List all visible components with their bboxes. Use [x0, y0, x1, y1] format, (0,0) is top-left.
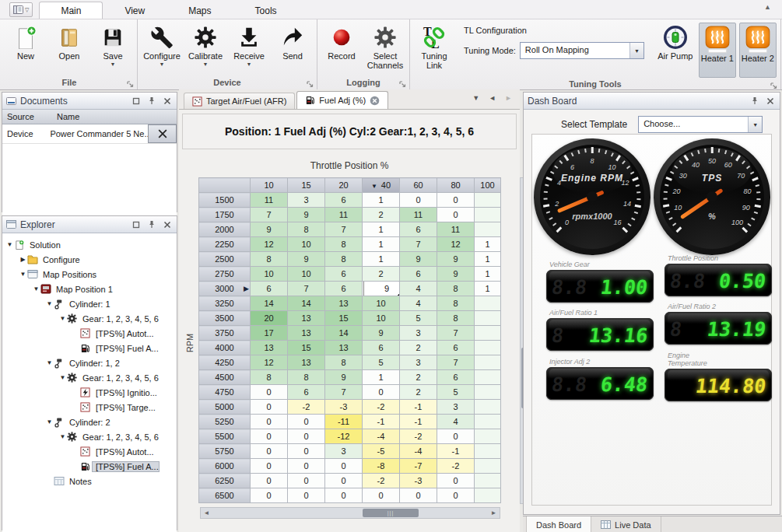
column-header-15[interactable]: 15 [288, 178, 325, 193]
cell-6500-15[interactable]: 0 [288, 488, 325, 503]
document-row[interactable]: Device Power Commander 5 Ne... [2, 124, 177, 144]
cell-4500-15[interactable]: 8 [288, 370, 325, 385]
row-header-5500[interactable]: 5500 [199, 429, 251, 444]
pin-icon[interactable] [749, 95, 760, 107]
cell-1500-15[interactable]: 3 [288, 193, 325, 208]
pin-icon[interactable] [146, 219, 157, 230]
pin-icon[interactable] [146, 95, 157, 107]
air-pump-button[interactable]: Air Pump [654, 21, 697, 61]
cell-6250-40[interactable]: -2 [363, 474, 400, 488]
cell-2000-15[interactable]: 8 [288, 222, 325, 237]
cell-3000-80[interactable]: 8 [437, 282, 475, 296]
cell-1750-80[interactable]: 0 [437, 208, 475, 222]
cell-2000-clipped[interactable] [475, 222, 501, 237]
cell-1500-40[interactable]: 1 [363, 193, 400, 208]
heater-2-button[interactable]: Heater 2 [739, 23, 777, 78]
documents-name-header[interactable]: Name [52, 110, 84, 124]
cell-1750-40[interactable]: 2 [363, 208, 400, 222]
cell-1750-clipped[interactable] [475, 208, 501, 222]
horizontal-scroll-thumb[interactable]: ||| [363, 509, 419, 517]
cell-3000-20[interactable]: 6 [325, 282, 363, 296]
tree-item-solution[interactable]: ▼Solution [2, 237, 177, 252]
tab-scroll-left-icon[interactable]: ◄ [489, 94, 496, 102]
cell-2000-40[interactable]: 1 [363, 222, 400, 237]
cell-5500-10[interactable]: 0 [251, 429, 288, 444]
cell-6000-80[interactable]: -2 [437, 459, 475, 474]
record-button[interactable]: Record [320, 21, 363, 61]
cell-2750-15[interactable]: 10 [288, 267, 325, 282]
row-header-2750[interactable]: 2750 [199, 267, 251, 282]
cell-2250-clipped[interactable]: 1 [475, 237, 501, 252]
cell-2500-10[interactable]: 8 [251, 252, 288, 267]
row-header-4000[interactable]: 4000 [199, 341, 251, 355]
row-header-5250[interactable]: 5250 [199, 415, 251, 429]
new-button[interactable]: New [4, 21, 47, 61]
cell-3500-80[interactable]: 8 [437, 311, 475, 326]
cell-1500-80[interactable]: 0 [437, 193, 475, 208]
dialog-launcher-icon[interactable] [127, 79, 134, 91]
cell-2250-40[interactable]: 1 [363, 237, 400, 252]
application-menu-button[interactable]: ▽ [9, 2, 33, 17]
cell-5750-15[interactable]: 0 [288, 444, 325, 459]
tree-item-cylinder-1[interactable]: ▼Cylinder: 1 [2, 296, 177, 311]
cell-5500-80[interactable]: 0 [437, 429, 475, 444]
cell-3000-15[interactable]: 7 [288, 282, 325, 296]
cell-2750-40[interactable]: 2 [363, 267, 400, 282]
cell-2250-60[interactable]: 7 [400, 237, 437, 252]
cell-2000-10[interactable]: 9 [251, 222, 288, 237]
cell-6500-10[interactable]: 0 [251, 488, 288, 503]
cell-3250-60[interactable]: 4 [400, 296, 437, 311]
row-header-3000[interactable]: 3000▶ [199, 282, 251, 296]
cell-3500-15[interactable]: 13 [288, 311, 325, 326]
cell-5000-10[interactable]: 0 [251, 400, 288, 415]
cell-5250-10[interactable]: 0 [251, 415, 288, 429]
column-header-60[interactable]: 60 [400, 178, 437, 193]
chevron-down-icon[interactable]: ▼ [748, 117, 762, 132]
close-document-icon[interactable] [148, 124, 177, 143]
cell-4250-40[interactable]: 5 [363, 355, 400, 370]
column-header-40[interactable]: ▼40 [363, 178, 400, 193]
cell-5750-80[interactable]: -1 [437, 444, 475, 459]
cell-6500-20[interactable]: 0 [325, 488, 363, 503]
documents-source-header[interactable]: Source [2, 110, 52, 124]
cell-4750-15[interactable]: 6 [288, 385, 325, 400]
tree-item-map-positions[interactable]: ▼Map Positions [2, 267, 177, 282]
row-header-5750[interactable]: 5750 [199, 444, 251, 459]
tree-item-tps-fuel-a[interactable]: [TPS%] Fuel A... [2, 459, 177, 474]
row-header-6000[interactable]: 6000 [199, 459, 251, 474]
cell-3250-40[interactable]: 10 [363, 296, 400, 311]
cell-3000-clipped[interactable]: 1 [475, 282, 501, 296]
cell-5250-20[interactable]: -11 [325, 415, 363, 429]
cell-4500-10[interactable]: 8 [251, 370, 288, 385]
tree-item-gear-1-2-3-4-5-6[interactable]: ▼Gear: 1, 2, 3, 4, 5, 6 [2, 370, 177, 385]
tree-item-tps-ignitio[interactable]: [TPS%] Ignitio... [2, 385, 177, 400]
cell-4000-60[interactable]: 2 [400, 341, 437, 355]
cell-5500-20[interactable]: -12 [325, 429, 363, 444]
cell-3500-40[interactable]: 10 [363, 311, 400, 326]
cell-4000-15[interactable]: 15 [288, 341, 325, 355]
cell-5500-clipped[interactable] [475, 429, 501, 444]
cell-6250-80[interactable]: 0 [437, 474, 475, 488]
cell-4250-clipped[interactable] [475, 355, 501, 370]
send-button[interactable]: Send [271, 21, 314, 61]
cell-2750-10[interactable]: 10 [251, 267, 288, 282]
cell-1750-15[interactable]: 9 [288, 208, 325, 222]
cell-4500-20[interactable]: 9 [325, 370, 363, 385]
dialog-launcher-icon[interactable] [770, 80, 777, 93]
expand-arrow-icon[interactable]: ▶ [19, 256, 27, 263]
cell-2500-80[interactable]: 9 [437, 252, 475, 267]
cell-2750-80[interactable]: 9 [437, 267, 475, 282]
tree-item-tps-autot[interactable]: [TPS%] Autot... [2, 444, 177, 459]
cell-4750-40[interactable]: 0 [363, 385, 400, 400]
cell-4500-40[interactable]: 1 [363, 370, 400, 385]
dashboard-tab-live-data[interactable]: Live Data [591, 516, 661, 532]
cell-3250-10[interactable]: 14 [251, 296, 288, 311]
cell-4000-clipped[interactable] [475, 341, 501, 355]
cell-6500-40[interactable]: 0 [363, 488, 400, 503]
row-header-4750[interactable]: 4750 [199, 385, 251, 400]
cell-6250-20[interactable]: 0 [325, 474, 363, 488]
column-header-10[interactable]: 10 [251, 178, 288, 193]
row-header-3750[interactable]: 3750 [199, 326, 251, 341]
tree-item-map-position-1[interactable]: ▼Map Position 1 [2, 282, 177, 296]
select-channels-button[interactable]: Select Channels [363, 21, 407, 70]
